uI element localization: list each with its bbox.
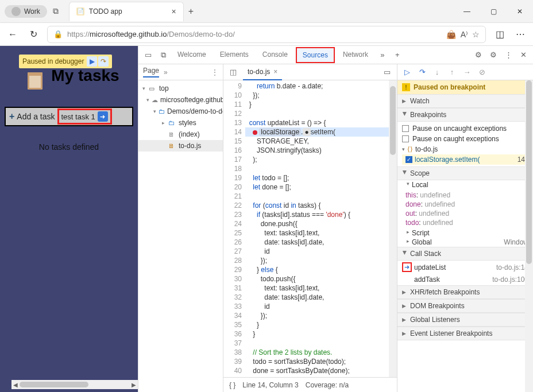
step-into-button[interactable]: ↓ [432, 68, 442, 76]
scroll-thumb[interactable] [20, 382, 88, 387]
more-icon[interactable]: ⋯ [513, 29, 527, 40]
url-text: https://microsoftedge.github.io/Demos/de… [67, 30, 235, 38]
add-tab-icon[interactable]: + [391, 51, 404, 59]
inspect-icon[interactable]: ▭ [142, 51, 155, 59]
editor-tab-label: to-do.js [248, 68, 270, 76]
navigator-menu-icon[interactable]: ⋮ [211, 68, 218, 76]
tab-elements[interactable]: Elements [214, 46, 254, 64]
pause-uncaught-checkbox[interactable]: Pause on uncaught exceptions [402, 123, 528, 134]
settings-icon[interactable]: ⚙ [487, 51, 500, 59]
scope-local[interactable]: ▾Local [397, 180, 533, 189]
section-event-listeners[interactable]: ▶Event Listener Breakpoints [397, 327, 533, 340]
step-button[interactable]: → [462, 68, 472, 76]
pause-caught-checkbox[interactable]: Pause on caught exceptions [402, 134, 528, 144]
tab-network[interactable]: Network [337, 46, 374, 64]
coverage-status: Coverage: n/a [306, 381, 349, 389]
close-icon[interactable]: × [273, 68, 277, 76]
section-callstack[interactable]: ▶Call Stack [397, 247, 533, 261]
address-bar[interactable]: 🔒 https://microsoftedge.github.io/Demos/… [47, 26, 486, 43]
section-watch[interactable]: ▶Watch [397, 94, 533, 108]
step-overlay-button[interactable]: ↷ [98, 56, 109, 67]
callstack-frame[interactable]: addTaskto-do.js:100 [397, 274, 533, 285]
scope-var[interactable]: this: undefined [405, 191, 533, 200]
bp-entry[interactable]: ✓ localStorage.setItem( 14 [402, 154, 528, 165]
issues-icon[interactable]: ⚙ [472, 51, 485, 59]
editor-tab-todo[interactable]: to-do.js × [243, 64, 282, 80]
tree-file-todo[interactable]: 🗎to-do.js [138, 140, 223, 152]
task-input[interactable]: test task 1 [61, 112, 95, 121]
scope-global[interactable]: ▸GlobalWindow [397, 238, 533, 247]
step-over-button[interactable]: ↷ [417, 68, 427, 76]
more-tabs-icon[interactable]: » [376, 51, 389, 59]
deactivate-bp-button[interactable]: ⊘ [477, 68, 487, 76]
resume-overlay-button[interactable]: ▶ [87, 56, 97, 67]
section-global-listeners[interactable]: ▶Global Listeners [397, 313, 533, 327]
scope-var[interactable]: done: undefined [405, 200, 533, 209]
profile-button[interactable]: Work [5, 5, 47, 18]
close-window-button[interactable]: ✕ [507, 0, 533, 23]
devtools-more-icon[interactable]: ⋮ [502, 51, 515, 59]
callstack-frame[interactable]: ➜updateListto-do.js:14 [397, 261, 533, 274]
highlighted-input-box: test task 1 ➜ [57, 108, 112, 125]
resume-button[interactable]: ▷ [402, 68, 412, 76]
tab-title: TODO app [89, 7, 167, 15]
navigator-header: Page » ⋮ [138, 64, 223, 80]
page-scrollbar-h[interactable]: ◀ ▶ [11, 380, 138, 389]
browser-tab[interactable]: 📄 TODO app × [69, 2, 184, 21]
debugger-controls: ▷ ↷ ↓ ↑ → ⊘ [397, 64, 533, 80]
pretty-print-icon[interactable]: { } [229, 381, 235, 389]
back-button[interactable]: ← [6, 29, 20, 40]
devtools: ▭ ⧉ Welcome Elements Console Sources Net… [138, 46, 533, 392]
tab-sources[interactable]: Sources [296, 47, 335, 63]
tree-domain[interactable]: ▾☁microsoftedge.github.io [138, 94, 223, 106]
code-editor[interactable]: 9101112131415161718192021222324252627282… [223, 80, 397, 377]
profile-label: Work [24, 7, 40, 15]
split-screen-icon[interactable]: ◫ [493, 29, 507, 40]
section-dom[interactable]: ▶DOM Breakpoints [397, 299, 533, 313]
bp-enabled-checkbox[interactable]: ✓ [405, 156, 412, 163]
submit-task-button[interactable]: ➜ [98, 111, 108, 122]
favorite-icon[interactable]: ☆ [472, 30, 480, 39]
scope-var[interactable]: todo: undefined [405, 218, 533, 227]
tab-welcome[interactable]: Welcome [172, 46, 212, 64]
close-icon[interactable]: × [172, 7, 176, 16]
cursor-position: Line 14, Column 3 [242, 381, 298, 389]
window-titlebar: Work ⧉ 📄 TODO app × + — ▢ ✕ [0, 0, 533, 23]
new-tab-button[interactable]: + [188, 6, 194, 17]
tree-top[interactable]: ▾▭top [138, 83, 223, 94]
tree-folder[interactable]: ▾🗀Demos/demo-to-do [138, 106, 223, 117]
scope-script[interactable]: ▸Script [397, 228, 533, 238]
debugger-scrollbar[interactable] [525, 80, 533, 392]
debugger-pane: ▷ ↷ ↓ ↑ → ⊘ ! Paused on breakpoint ▶Watc… [397, 64, 533, 392]
editor-more-icon[interactable]: ▭ [381, 68, 393, 76]
refresh-button[interactable]: ↻ [26, 29, 40, 40]
tasklist-icon [28, 72, 43, 90]
section-scope[interactable]: ▶Scope [397, 166, 533, 180]
add-task-label: Add a task [17, 112, 55, 121]
editor-nav-icon[interactable]: ◫ [227, 68, 240, 76]
step-out-button[interactable]: ↑ [447, 68, 457, 76]
shopping-icon[interactable]: 👜 [446, 30, 456, 39]
section-xhr[interactable]: ▶XHR/fetch Breakpoints [397, 285, 533, 299]
collections-icon[interactable]: ⧉ [53, 6, 59, 16]
bp-file-row[interactable]: ▾⟨⟩to-do.js [402, 144, 528, 154]
device-icon[interactable]: ⧉ [157, 51, 169, 60]
maximize-button[interactable]: ▢ [480, 0, 507, 23]
devtools-close-icon[interactable]: ✕ [517, 51, 530, 59]
navigator-page-tab[interactable]: Page [143, 67, 159, 77]
warning-icon: ! [402, 83, 410, 91]
scroll-right-icon[interactable]: ▶ [130, 382, 138, 388]
scope-var[interactable]: out: undefined [405, 209, 533, 218]
tree-styles[interactable]: ▸🗀styles [138, 117, 223, 129]
scroll-left-icon[interactable]: ◀ [11, 382, 20, 388]
lock-icon[interactable]: 🔒 [53, 30, 63, 38]
section-breakpoints[interactable]: ▶Breakpoints [397, 108, 533, 122]
read-aloud-icon[interactable]: A⁾ [461, 30, 468, 39]
tab-console[interactable]: Console [257, 46, 293, 64]
editor-scrollbar[interactable] [389, 80, 397, 377]
editor-pane: ◫ to-do.js × ▭ 9101112131415161718192021… [223, 64, 397, 392]
add-task-form: + Add a task test task 1 ➜ [5, 107, 133, 126]
minimize-button[interactable]: — [454, 0, 480, 23]
navigator-more-icon[interactable]: » [164, 68, 168, 76]
tree-index[interactable]: 🗎(index) [138, 129, 223, 140]
